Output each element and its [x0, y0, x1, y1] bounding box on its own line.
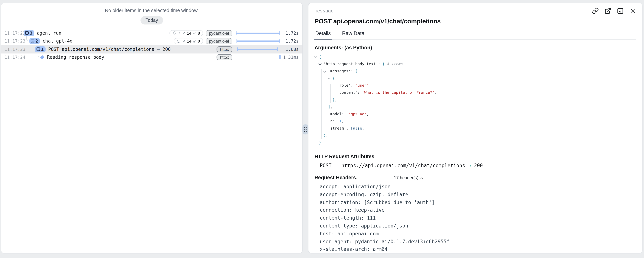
code-token: ,	[342, 119, 344, 123]
http-request-line: POSThttps://api.openai.com/v1/chat/compl…	[314, 163, 636, 168]
chevron-down-icon[interactable]	[314, 53, 319, 60]
code-line: 'http.request.body.text': { 4 items	[314, 60, 636, 68]
duration-bar	[236, 39, 280, 43]
input-tokens-count: 14	[187, 39, 192, 44]
tab-details[interactable]: Details	[314, 30, 332, 39]
tab-raw-data[interactable]: Raw Data	[342, 30, 365, 39]
input-tokens-arrow-icon: ↗	[182, 31, 185, 35]
trace-row[interactable]: 11:17:232chat gpt-4o↗14↙8pydantic-ai1.72…	[1, 37, 302, 45]
code-line: 'messages': [	[314, 68, 636, 74]
duration-bar-track	[236, 55, 280, 60]
request-headers-list: accept: application/jsonaccept-encoding:…	[314, 183, 636, 254]
chevron-down-icon[interactable]	[319, 60, 324, 68]
trace-row-time: 11:17:24	[1, 55, 22, 60]
code-token: 'content'	[337, 90, 358, 94]
code-token: :	[335, 119, 339, 123]
arguments-heading: Arguments: (as Python)	[314, 45, 636, 50]
http-attrs-heading: HTTP Request Attributes	[314, 154, 636, 159]
open-in-new-icon[interactable]	[604, 8, 611, 14]
trace-row[interactable]: 11:17:24Reading response bodyhttpx1.31ms	[1, 53, 302, 62]
headers-count-toggle[interactable]: 17 header(s)	[394, 176, 422, 180]
trace-list-panel: No older items in the selected time wind…	[1, 3, 303, 254]
chevron-down-icon[interactable]	[324, 68, 328, 74]
trace-row-label: POST api.openai.com/v1/chat/completions …	[48, 47, 170, 52]
today-button[interactable]: Today	[141, 16, 163, 24]
instrumentation-tag[interactable]: httpx	[216, 54, 232, 60]
instrumentation-tag[interactable]: pydantic-ai	[206, 38, 232, 44]
coin-icon	[173, 31, 177, 35]
http-status-code: 200	[474, 163, 483, 168]
request-header-line: content-type: application/json	[320, 222, 636, 230]
code-line: {	[314, 74, 636, 82]
span-title: POST api.openai.com/v1/chat/completions	[314, 18, 636, 25]
http-method: POST	[320, 163, 332, 168]
child-count: 2	[36, 38, 38, 44]
code-token: :	[344, 112, 348, 116]
code-token: [	[355, 69, 358, 73]
panel-resize-handle[interactable]	[302, 124, 308, 134]
span-kind-label: message	[314, 8, 334, 14]
code-line: ],	[314, 103, 636, 110]
status-arrow-icon: →	[468, 163, 471, 168]
code-token: ,	[362, 126, 364, 130]
instrumentation-tag[interactable]: pydantic-ai	[206, 30, 232, 36]
trace-row-time: 11:17:23	[1, 47, 22, 52]
status-arrow-icon: →	[157, 47, 160, 52]
close-icon[interactable]	[629, 8, 636, 14]
code-token: {	[382, 62, 385, 66]
duration-label: 1.68s	[283, 47, 302, 52]
code-token: }	[332, 98, 335, 102]
instrumentation-tag[interactable]: httpx	[216, 46, 232, 52]
trace-row[interactable]: 11:17:231POST api.openai.com/v1/chat/com…	[1, 45, 302, 53]
trace-row-meta: Σ↗14↙8pydantic-ai1.72s	[170, 30, 302, 36]
code-line: },	[314, 96, 636, 103]
token-usage-pill: Σ↗14↙8	[170, 30, 203, 36]
collapse-badge[interactable]: 1	[35, 46, 46, 52]
duration-bar	[237, 48, 278, 51]
code-token: ,	[330, 105, 332, 109]
output-tokens-count: 8	[198, 31, 200, 36]
code-token: 'stream'	[328, 126, 346, 130]
request-header-line: accept: application/json	[320, 183, 636, 191]
output-tokens-arrow-icon: ↙	[193, 31, 196, 35]
request-header-line: host: api.openai.com	[320, 230, 636, 238]
collapse-badge[interactable]: 2	[30, 38, 40, 44]
code-token: :	[358, 90, 362, 94]
code-line: {	[314, 53, 636, 60]
child-count: 1	[41, 47, 44, 52]
input-tokens-count: 14	[187, 31, 192, 36]
detail-panel: message POST api.openai.com/	[308, 3, 642, 254]
token-usage-pill: ↗14↙8	[174, 38, 203, 44]
duration-bar-track	[236, 31, 280, 36]
code-token: :	[350, 83, 355, 88]
input-tokens-arrow-icon: ↗	[182, 39, 185, 43]
detail-tabs: Details Raw Data	[314, 30, 636, 40]
collapse-minus-icon	[36, 48, 40, 51]
code-token: 'n'	[328, 119, 335, 123]
status-code: 200	[162, 47, 170, 52]
code-line: 'role': 'user',	[314, 82, 636, 89]
child-count: 3	[30, 30, 32, 36]
code-line: },	[314, 132, 636, 139]
code-token: ]	[328, 105, 330, 109]
duration-bar	[236, 31, 280, 35]
chevron-up-icon	[420, 178, 423, 180]
code-token: 4 items	[385, 62, 403, 66]
code-token: 'role'	[337, 83, 350, 88]
code-token: {	[319, 54, 321, 59]
detail-content: Arguments: (as Python) {'http.request.bo…	[314, 40, 636, 254]
request-header-line: content-length: 111	[320, 214, 636, 222]
code-line: 'stream': False,	[314, 125, 636, 132]
request-headers-heading: Request Headers:	[314, 175, 358, 180]
collapse-badge[interactable]: 3	[24, 30, 34, 36]
trace-row[interactable]: 11:17:233agent runΣ↗14↙8pydantic-ai1.72s	[1, 29, 302, 37]
trace-row-meta: ↗14↙8pydantic-ai1.72s	[174, 38, 302, 44]
chevron-down-icon[interactable]	[328, 74, 332, 82]
trace-rows: 11:17:233agent runΣ↗14↙8pydantic-ai1.72s…	[1, 28, 302, 62]
code-token: ,	[335, 98, 337, 102]
sigma-total-icon: Σ	[178, 31, 180, 35]
empty-time-window-notice: No older items in the selected time wind…	[1, 3, 302, 13]
dock-panel-icon[interactable]	[617, 8, 624, 14]
request-header-line: connection: keep-alive	[320, 206, 636, 214]
link-icon[interactable]	[592, 8, 599, 14]
